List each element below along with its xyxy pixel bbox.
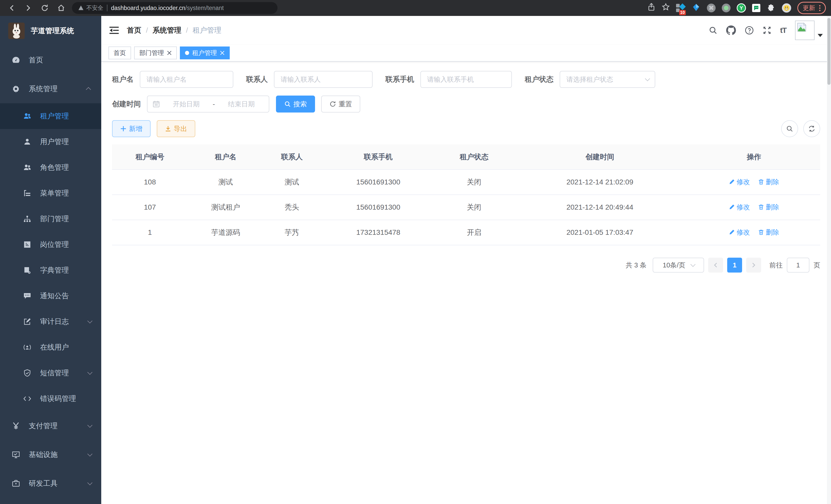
- delete-button[interactable]: 删除: [758, 203, 779, 212]
- close-icon[interactable]: [220, 51, 225, 55]
- app-title: 芋道管理系统: [31, 26, 74, 36]
- extension-tiles-icon[interactable]: 10: [676, 3, 685, 12]
- extension-record-icon[interactable]: [722, 4, 730, 12]
- sidebar-item-tenant[interactable]: 租户管理: [0, 103, 101, 129]
- tag-label: 部门管理: [139, 49, 164, 57]
- col-tenant-name: 租户名: [188, 144, 264, 170]
- sidebar-item-notice[interactable]: 通知公告: [0, 283, 101, 309]
- next-page-button[interactable]: [746, 258, 761, 272]
- export-button[interactable]: 导出: [157, 120, 195, 137]
- avatar-menu[interactable]: [795, 21, 823, 40]
- add-button[interactable]: 新增: [112, 120, 150, 137]
- share-icon[interactable]: [647, 3, 656, 13]
- extension-chat-icon[interactable]: [752, 4, 760, 12]
- bookmark-star-icon[interactable]: [662, 3, 670, 13]
- created-time-label: 创建时间: [112, 99, 141, 109]
- col-mobile: 联系手机: [320, 144, 436, 170]
- breadcrumb-home[interactable]: 首页: [127, 25, 141, 35]
- delete-button[interactable]: 删除: [758, 178, 779, 186]
- tag-label: 首页: [114, 49, 126, 57]
- extension-puzzle-icon[interactable]: [767, 3, 776, 12]
- sidebar-item-online-user[interactable]: 在线用户: [0, 334, 101, 360]
- edit-button[interactable]: 修改: [729, 203, 750, 212]
- sidebar-item-dict[interactable]: 字典管理: [0, 258, 101, 283]
- browser-menu-icon[interactable]: [819, 5, 821, 11]
- sidebar-item-post[interactable]: 岗位管理: [0, 232, 101, 258]
- sidebar-item-label: 用户管理: [40, 137, 69, 147]
- font-size-icon[interactable]: tT: [780, 26, 786, 35]
- window-scrollbar[interactable]: [827, 16, 831, 504]
- extension-y-icon[interactable]: Y: [737, 3, 746, 12]
- sidebar-group-system[interactable]: 系统管理: [0, 75, 101, 103]
- sidebar-item-label: 在线用户: [40, 343, 69, 352]
- refresh-table-button[interactable]: [803, 120, 820, 137]
- sidebar-group-devtools[interactable]: 研发工具: [0, 469, 101, 498]
- mobile-input[interactable]: [420, 71, 512, 88]
- search-icon: [786, 125, 793, 132]
- page-number-1[interactable]: 1: [727, 258, 742, 272]
- sidebar-item-label: 字典管理: [40, 265, 69, 275]
- search-button[interactable]: 搜索: [276, 95, 315, 113]
- sidebar-item-audit-log[interactable]: 审计日志: [0, 309, 101, 334]
- tag-tenant[interactable]: 租户管理: [180, 47, 230, 59]
- breadcrumb-current: 租户管理: [193, 25, 222, 35]
- sidebar-item-menu[interactable]: 菜单管理: [0, 180, 101, 206]
- edit-button[interactable]: 修改: [729, 228, 750, 237]
- back-icon[interactable]: [5, 1, 19, 14]
- chevron-down-icon: [87, 422, 92, 428]
- address-bar[interactable]: 不安全 dashboard.yudao.iocoder.cn/system/te…: [72, 2, 278, 14]
- github-icon[interactable]: [726, 25, 736, 35]
- cell-status: 关闭: [436, 170, 512, 195]
- page-size-select[interactable]: 10条/页: [653, 258, 704, 272]
- delete-button[interactable]: 删除: [758, 228, 779, 237]
- status-label: 租户状态: [525, 75, 553, 84]
- extension-emoji-icon[interactable]: [782, 3, 791, 12]
- tag-dept[interactable]: 部门管理: [134, 47, 177, 59]
- user-icon: [22, 138, 33, 146]
- help-icon[interactable]: [745, 26, 754, 35]
- date-range-picker[interactable]: 开始日期 - 结束日期: [147, 95, 269, 113]
- sidebar-group-infra[interactable]: 基础设施: [0, 440, 101, 469]
- edit-button[interactable]: 修改: [729, 178, 750, 186]
- extension-kite-icon[interactable]: [691, 3, 701, 12]
- browser-update-button[interactable]: 更新: [797, 2, 826, 14]
- yen-icon: [10, 422, 22, 430]
- sidebar-logo[interactable]: 芋道管理系统: [0, 16, 101, 46]
- tags-view-bar: 首页 部门管理 租户管理: [101, 45, 831, 62]
- sidebar-item-sms[interactable]: 短信管理: [0, 360, 101, 386]
- cell-mobile: 17321315478: [320, 220, 436, 245]
- status-select[interactable]: 请选择租户状态: [560, 71, 655, 88]
- breadcrumb-system[interactable]: 系统管理: [153, 25, 181, 35]
- sidebar-item-label: 租户管理: [40, 111, 69, 121]
- sidebar-fold-icon[interactable]: [110, 26, 119, 34]
- url-domain: dashboard.yudao.iocoder.cn: [111, 5, 185, 11]
- reset-button-label: 重置: [339, 100, 352, 109]
- dictionary-icon: [22, 266, 33, 274]
- show-search-toggle-button[interactable]: [781, 120, 798, 137]
- home-icon[interactable]: [55, 1, 68, 14]
- sidebar-item-role[interactable]: 角色管理: [0, 155, 101, 180]
- prev-page-button[interactable]: [708, 258, 723, 272]
- tag-home[interactable]: 首页: [109, 47, 131, 59]
- extension-command-icon[interactable]: ⌘: [707, 4, 716, 12]
- trash-icon: [758, 179, 764, 185]
- sidebar-item-user[interactable]: 用户管理: [0, 129, 101, 155]
- sidebar-item-home[interactable]: 首页: [0, 46, 101, 75]
- contact-input[interactable]: [274, 71, 373, 88]
- close-icon[interactable]: [167, 51, 172, 55]
- sidebar-item-error-code[interactable]: 错误码管理: [0, 386, 101, 412]
- goto-page-input[interactable]: [787, 258, 809, 272]
- tenant-name-input[interactable]: [140, 71, 233, 88]
- reload-icon[interactable]: [38, 1, 51, 14]
- edit-label: 修改: [737, 178, 750, 186]
- fullscreen-icon[interactable]: [763, 26, 771, 35]
- chevron-down-icon: [645, 76, 650, 81]
- sidebar-item-dept[interactable]: 部门管理: [0, 206, 101, 232]
- reset-button[interactable]: 重置: [321, 95, 360, 113]
- header-search-icon[interactable]: [709, 26, 717, 35]
- scrollbar-thumb[interactable]: [827, 18, 830, 85]
- security-label: 不安全: [86, 4, 103, 12]
- extension-badge: 10: [679, 10, 686, 15]
- forward-icon[interactable]: [22, 1, 35, 14]
- sidebar-group-pay[interactable]: 支付管理: [0, 412, 101, 440]
